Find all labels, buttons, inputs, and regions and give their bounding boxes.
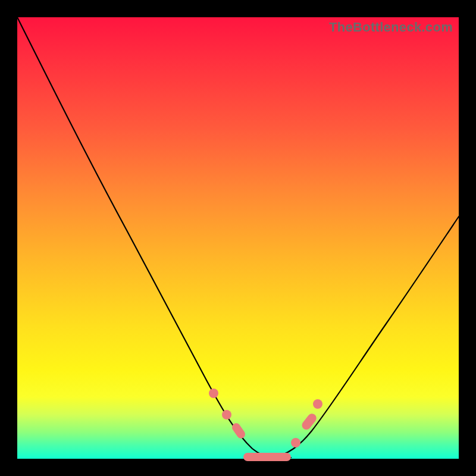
- marker-pill-bottom: [243, 453, 291, 461]
- marker-pill: [300, 412, 318, 431]
- chart-frame: TheBottleneck.com: [0, 0, 476, 476]
- right-curve: [273, 217, 459, 458]
- curve-layer: [17, 17, 459, 459]
- marker-dot: [291, 438, 300, 447]
- plot-area: TheBottleneck.com: [17, 17, 459, 459]
- marker-dot: [209, 389, 218, 398]
- marker-dot: [222, 410, 231, 419]
- marker-dot: [313, 399, 322, 409]
- left-curve: [17, 17, 270, 458]
